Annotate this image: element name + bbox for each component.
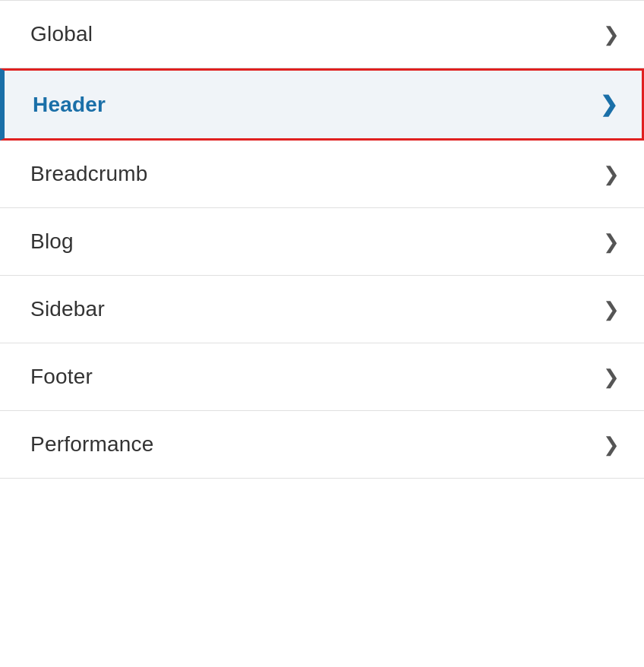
- menu-item-header-label: Header: [33, 93, 106, 117]
- menu-item-performance-label: Performance: [30, 432, 154, 457]
- menu-item-breadcrumb[interactable]: Breadcrumb❯: [0, 141, 644, 208]
- menu-item-footer-label: Footer: [30, 365, 93, 389]
- menu-item-header-chevron-icon: ❯: [600, 92, 617, 117]
- menu-item-sidebar-chevron-icon: ❯: [603, 298, 620, 321]
- settings-menu: Global❯Header❯Breadcrumb❯Blog❯Sidebar❯Fo…: [0, 0, 644, 479]
- menu-item-blog-label: Blog: [30, 229, 74, 254]
- menu-item-sidebar-label: Sidebar: [30, 297, 105, 321]
- menu-item-blog-chevron-icon: ❯: [603, 230, 620, 254]
- menu-item-global-chevron-icon: ❯: [603, 23, 620, 46]
- menu-item-sidebar[interactable]: Sidebar❯: [0, 276, 644, 343]
- menu-item-breadcrumb-label: Breadcrumb: [30, 162, 148, 186]
- menu-item-blog[interactable]: Blog❯: [0, 208, 644, 276]
- menu-item-performance-chevron-icon: ❯: [603, 433, 620, 457]
- menu-item-global-label: Global: [30, 22, 93, 46]
- menu-item-footer-chevron-icon: ❯: [603, 365, 620, 389]
- menu-item-breadcrumb-chevron-icon: ❯: [603, 163, 620, 186]
- menu-item-global[interactable]: Global❯: [0, 0, 644, 68]
- menu-item-performance[interactable]: Performance❯: [0, 411, 644, 479]
- menu-item-header[interactable]: Header❯: [0, 68, 644, 141]
- menu-item-footer[interactable]: Footer❯: [0, 343, 644, 411]
